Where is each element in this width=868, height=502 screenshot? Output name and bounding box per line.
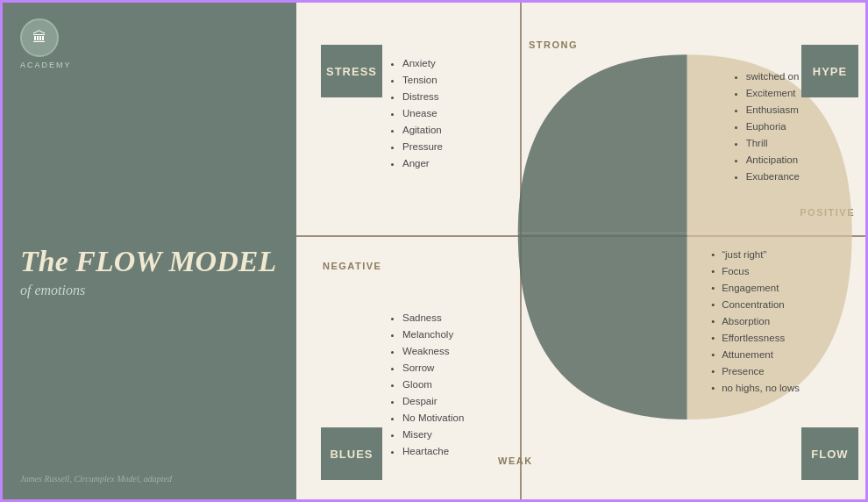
list-item: Tension bbox=[402, 72, 443, 89]
stress-box: STRESS bbox=[321, 45, 382, 97]
list-item: switched on bbox=[746, 68, 800, 85]
vertical-axis bbox=[520, 3, 522, 499]
stress-list: AnxietyTensionDistressUneaseAgitationPre… bbox=[388, 55, 443, 172]
flow-list: “just right”FocusEngagementConcentration… bbox=[697, 247, 800, 397]
list-item: Thrill bbox=[746, 135, 800, 152]
logo-icon: 🏛 bbox=[32, 30, 46, 46]
list-item: Gloom bbox=[402, 376, 464, 393]
list-item: Distress bbox=[402, 89, 443, 105]
list-item: Weakness bbox=[402, 343, 464, 360]
logo-circle: 🏛 bbox=[20, 18, 59, 57]
list-item: Anger bbox=[402, 155, 443, 172]
page-container: 🏛 ACADEMY The FLOW MODEL of emotions Jam… bbox=[0, 0, 868, 502]
citation: James Russell, Circumplex Model, adapted bbox=[20, 474, 279, 484]
list-item: Agitation bbox=[402, 122, 443, 139]
list-item: Sadness bbox=[402, 310, 464, 326]
blues-list: SadnessMelancholyWeaknessSorrowGloomDesp… bbox=[388, 310, 464, 460]
strong-label: STRONG bbox=[529, 39, 578, 50]
positive-label: POSITIVE bbox=[800, 207, 855, 218]
flow-box: FLOW bbox=[801, 427, 858, 480]
subtitle: of emotions bbox=[20, 283, 279, 298]
list-item: Presence bbox=[711, 363, 800, 380]
list-item: Excitement bbox=[746, 85, 800, 102]
list-item: Exuberance bbox=[746, 169, 800, 185]
list-item: Sorrow bbox=[402, 360, 464, 376]
list-item: No Motivation bbox=[402, 410, 464, 427]
hype-box: HYPE bbox=[801, 45, 858, 97]
academy-label: ACADEMY bbox=[20, 61, 72, 69]
list-item: “just right” bbox=[711, 247, 800, 263]
list-item: Despair bbox=[402, 393, 464, 410]
list-item: Misery bbox=[402, 427, 464, 443]
negative-label: NEGATIVE bbox=[323, 261, 381, 271]
horizontal-axis bbox=[296, 235, 865, 237]
list-item: Anticipation bbox=[746, 152, 800, 169]
main-title: The FLOW MODEL bbox=[20, 245, 279, 277]
list-item: Concentration bbox=[711, 297, 800, 313]
weak-label: WEAK bbox=[498, 455, 533, 466]
list-item: Absorption bbox=[711, 313, 800, 330]
list-item: Focus bbox=[711, 263, 800, 280]
list-item: Enthusiasm bbox=[746, 102, 800, 118]
right-panel: STRONG WEAK POSITIVE NEGATIVE STRESS HYP… bbox=[296, 3, 865, 499]
list-item: Effortlessness bbox=[711, 330, 800, 347]
list-item: no highs, no lows bbox=[711, 380, 800, 397]
list-item: Melancholy bbox=[402, 326, 464, 343]
list-item: Pressure bbox=[402, 139, 443, 155]
list-item: Engagement bbox=[711, 280, 800, 297]
list-item: Euphoria bbox=[746, 118, 800, 135]
left-panel: 🏛 ACADEMY The FLOW MODEL of emotions Jam… bbox=[3, 3, 296, 499]
list-item: Unease bbox=[402, 105, 443, 122]
title-block: The FLOW MODEL of emotions bbox=[20, 245, 279, 298]
list-item: Anxiety bbox=[402, 55, 443, 72]
list-item: Attunement bbox=[711, 347, 800, 363]
hype-list: switched onExcitementEnthusiasmEuphoriaT… bbox=[732, 68, 800, 185]
logo-area: 🏛 ACADEMY bbox=[20, 18, 279, 69]
list-item: Heartache bbox=[402, 443, 464, 460]
blues-box: BLUES bbox=[321, 427, 382, 480]
